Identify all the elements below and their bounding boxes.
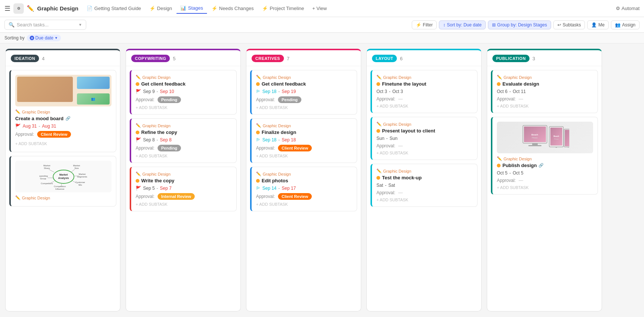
- column-publication: PUBLICATION 3 ✏️Graphic Design Evaluate …: [487, 49, 602, 311]
- add-subtask[interactable]: + ADD SUBTASK: [497, 104, 593, 108]
- card-finetune-layout[interactable]: ✏️Graphic Design Finetune the layout Oct…: [370, 70, 478, 113]
- svg-text:Beach: Beach: [531, 134, 538, 136]
- ideation-badge: IDEATION: [11, 55, 39, 62]
- col-body-ideation: 👥 ✏️ Graphic Design Create a mood board …: [6, 66, 120, 311]
- col-header-copywriting: COPYWRITING 5: [126, 50, 240, 66]
- link-icon2: 🔗: [538, 163, 544, 168]
- subtasks-button[interactable]: ↩ Subtasks: [553, 20, 585, 29]
- card-project: ✏️Graphic Design: [136, 172, 232, 176]
- card-finalize-design[interactable]: ✏️Graphic Design Finalize design 🏳 Sep 1…: [250, 118, 357, 163]
- approval-client3: Client Review: [278, 193, 312, 200]
- copywriting-count: 5: [173, 56, 175, 61]
- market-analysis-image: Market Analysis Market Share Market Size…: [15, 161, 111, 192]
- group-button[interactable]: ⊞ Group by: Design Stages: [488, 20, 551, 29]
- add-subtask[interactable]: + ADD SUBTASK: [136, 105, 232, 110]
- column-ideation: IDEATION 4 👥 ✏️ Graphic Design Create a …: [5, 49, 120, 311]
- card-creatives-feedback[interactable]: ✏️Graphic Design Get client feedback 🏳 S…: [250, 70, 357, 115]
- card-approval: Approval: Client Review: [256, 193, 352, 200]
- pencil-icon: ✏️: [15, 109, 20, 114]
- card-approval: Approval: Pending: [136, 96, 232, 103]
- group-icon: ⊞: [492, 22, 496, 28]
- publication-count: 3: [533, 56, 535, 61]
- sort-button[interactable]: ↕ Sort by: Due date: [439, 20, 485, 29]
- col-body-copywriting: ✏️Graphic Design Get client feedback 🚩 S…: [126, 66, 240, 311]
- col-header-publication: PUBLICATION 3: [487, 50, 602, 66]
- card-title: Finalize design: [256, 129, 352, 135]
- add-subtask[interactable]: + ADD SUBTASK: [136, 202, 232, 206]
- card-approval: Approval: Client Review: [256, 145, 352, 151]
- tab-view[interactable]: + View: [308, 3, 330, 13]
- svg-text:Please: Please: [532, 137, 538, 139]
- card-dates: Oct 3 - Oct 3: [376, 89, 473, 94]
- card-market-analysis[interactable]: Market Analysis Market Share Market Size…: [9, 156, 116, 206]
- add-subtask[interactable]: + ADD SUBTASK: [376, 198, 473, 202]
- svg-rect-35: [565, 130, 569, 146]
- tab-design[interactable]: ⚡ Design: [146, 3, 176, 13]
- add-subtask[interactable]: + ADD SUBTASK: [136, 154, 232, 158]
- board: IDEATION 4 👥 ✏️ Graphic Design Create a …: [0, 44, 644, 317]
- card-edit-photos[interactable]: ✏️Graphic Design Edit photos 🏳 Sep 14 - …: [250, 167, 357, 211]
- add-subtask[interactable]: + ADD SUBTASK: [256, 105, 352, 110]
- card-create-mood-board[interactable]: 👥 ✏️ Graphic Design Create a mood board …: [9, 70, 116, 152]
- assign-button[interactable]: 👥 Assign: [611, 20, 640, 29]
- add-subtask[interactable]: + ADD SUBTASK: [256, 202, 352, 206]
- me-button[interactable]: 👤 Me: [587, 20, 609, 29]
- add-subtask[interactable]: + ADD SUBTASK: [15, 140, 111, 147]
- top-nav: ☰ ⚙ ✏️ Graphic Design 📄 Getting Started …: [0, 0, 644, 17]
- card-project: ✏️Graphic Design: [136, 75, 232, 80]
- approval-pending: Pending: [158, 96, 181, 103]
- approval-dash2: —: [398, 143, 403, 148]
- nav-right: ⚙ Automat: [616, 6, 640, 11]
- card-test-mockup[interactable]: ✏️Graphic Design Test the mock-up Sat - …: [370, 164, 478, 207]
- approval-dash: —: [398, 96, 403, 102]
- add-subtask[interactable]: + ADD SUBTASK: [497, 185, 593, 190]
- filter-button[interactable]: ⚡ Filter: [412, 20, 437, 29]
- search-placeholder: Search tasks...: [17, 22, 76, 28]
- needs-icon: ⚡: [211, 6, 217, 11]
- card-project: ✏️Graphic Design: [256, 75, 352, 80]
- column-copywriting: COPYWRITING 5 ✏️Graphic Design Get clien…: [126, 49, 241, 311]
- approval-dash4: —: [519, 96, 523, 102]
- card-write-copy[interactable]: ✏️Graphic Design Write the copy 🚩 Sep 5 …: [130, 167, 237, 211]
- svg-text:Market: Market: [43, 164, 50, 167]
- pencil-icon2: ✏️: [15, 195, 20, 200]
- add-subtask[interactable]: + ADD SUBTASK: [376, 151, 473, 155]
- sorting-bar: Sorting by ✕ Due date ▼: [0, 33, 644, 44]
- toolbar-right: ⚡ Filter ↕ Sort by: Due date ⊞ Group by:…: [412, 20, 640, 29]
- timeline-icon: ⚡: [262, 6, 268, 11]
- search-box[interactable]: 🔍 Search tasks... ▼: [4, 20, 86, 30]
- add-subtask[interactable]: + ADD SUBTASK: [376, 104, 473, 108]
- sort-chip[interactable]: ✕ Due date ▼: [27, 35, 61, 41]
- card-project: ✏️Graphic Design: [376, 122, 473, 127]
- flag-icon: 🚩: [15, 124, 21, 129]
- add-subtask[interactable]: + ADD SUBTASK: [256, 154, 352, 158]
- card-dates: 🏳 Sep 14 - Sep 17: [256, 186, 352, 191]
- card-present-layout[interactable]: ✏️Graphic Design Present layout to clien…: [370, 117, 478, 160]
- tab-stages[interactable]: 📊 Stages: [177, 3, 207, 14]
- tab-getting-started[interactable]: 📄 Getting Started Guide: [83, 3, 145, 13]
- card-title: Present layout to client: [376, 128, 473, 134]
- card-approval: Approval: Pending: [256, 96, 352, 103]
- subtasks-icon: ↩: [557, 22, 561, 28]
- page-title: Graphic Design: [37, 5, 78, 12]
- link-icon: 🔗: [65, 116, 71, 121]
- logo-icon: ⚙: [13, 3, 24, 14]
- svg-text:Please: Please: [554, 138, 559, 140]
- card-copywriting-get-feedback[interactable]: ✏️Graphic Design Get client feedback 🚩 S…: [130, 70, 237, 115]
- tab-project-timeline[interactable]: ⚡ Project Timeline: [258, 3, 308, 13]
- card-publish-design[interactable]: Beach Please Beach Please: [491, 117, 598, 195]
- svg-text:Market: Market: [73, 164, 80, 167]
- card-title: Evaluate design: [497, 81, 593, 87]
- card-title: Publish design 🔗: [497, 163, 593, 168]
- card-dates: Sat - Sat: [376, 183, 473, 188]
- card-dates: 🚩 Sep 8 - Sep 8: [136, 137, 232, 143]
- card-refine-copy[interactable]: ✏️Graphic Design Refine the copy 🚩 Sep 8…: [130, 118, 237, 163]
- card-evaluate-design[interactable]: ✏️Graphic Design Evaluate design Oct 6 -…: [491, 70, 598, 113]
- card-dates: 🚩 Sep 5 - Sep 7: [136, 186, 232, 191]
- card-project: ✏️Graphic Design: [256, 172, 352, 176]
- ideation-count: 4: [42, 56, 45, 61]
- creatives-badge: CREATIVES: [252, 55, 284, 62]
- col-header-layout: LAYOUT 6: [367, 50, 481, 66]
- hamburger-icon[interactable]: ☰: [4, 4, 10, 13]
- tab-needs-changes[interactable]: ⚡ Needs Changes: [208, 3, 258, 13]
